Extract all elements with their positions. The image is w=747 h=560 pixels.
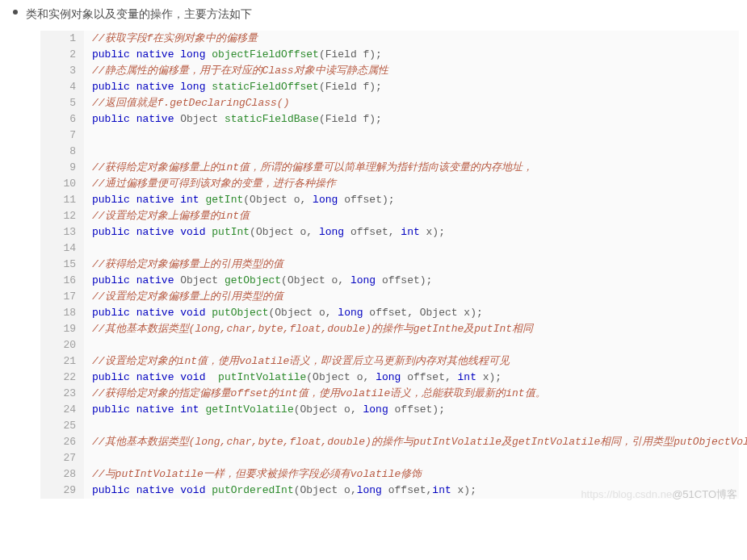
line-number: 23 xyxy=(40,386,84,402)
code-line: 9//获得给定对象偏移量上的int值，所谓的偏移量可以简单理解为指针指向该变量的… xyxy=(40,160,739,176)
token-ident: offset, xyxy=(344,226,401,238)
token-ident: (Object o, xyxy=(294,484,357,496)
line-number: 28 xyxy=(40,466,84,483)
token-keyword: public xyxy=(92,307,130,319)
token-keyword: void xyxy=(180,484,205,496)
code-content: public native int getInt(Object o, long … xyxy=(84,192,739,208)
token-comment: //通过偏移量便可得到该对象的变量，进行各种操作 xyxy=(92,178,336,190)
line-number: 9 xyxy=(40,160,84,176)
line-number: 25 xyxy=(40,418,84,434)
code-content: public native long staticFieldOffset(Fie… xyxy=(84,79,739,95)
token-ident: offset, xyxy=(401,371,457,383)
code-line: 27 xyxy=(40,450,739,466)
code-content xyxy=(84,418,739,434)
token-comment: //返回值就是f.getDeclaringClass() xyxy=(92,97,289,109)
code-content: public native int getIntVolatile(Object … xyxy=(84,402,739,418)
code-block: 1//获取字段f在实例对象中的偏移量2public native long ob… xyxy=(40,31,739,499)
watermark: https://blog.csdn.ne@51CTO博客 xyxy=(581,487,737,502)
code-content xyxy=(84,240,739,257)
token-ident: offset, xyxy=(382,484,432,496)
token-keyword: public xyxy=(92,194,130,206)
token-comment: //其他基本数据类型(long,char,byte,float,double)的… xyxy=(92,323,533,335)
token-keyword: native xyxy=(136,274,174,286)
token-method: putOrderedInt xyxy=(212,484,293,496)
token-ident: (Object o, xyxy=(294,403,363,416)
code-line: 14 xyxy=(40,240,739,257)
line-number: 1 xyxy=(40,31,84,47)
token-ident: (Field f); xyxy=(319,48,382,61)
token xyxy=(130,371,136,383)
code-content: //静态属性的偏移量，用于在对应的Class对象中读写静态属性 xyxy=(84,63,739,79)
code-line: 21//设置给定对象的int值，使用volatile语义，即设置后立马更新到内存… xyxy=(40,353,739,370)
token-keyword: int xyxy=(401,226,419,238)
token-method: getIntVolatile xyxy=(205,403,293,416)
line-number: 18 xyxy=(40,305,84,321)
token-method: staticFieldOffset xyxy=(212,81,319,93)
code-content: public native Object staticFieldBase(Fie… xyxy=(84,111,739,127)
code-line: 24public native int getIntVolatile(Objec… xyxy=(40,402,739,418)
code-content: public native void putObject(Object o, l… xyxy=(84,305,739,321)
code-line: 20 xyxy=(40,337,739,353)
token-keyword: native xyxy=(136,307,174,319)
line-number: 15 xyxy=(40,257,84,273)
token-keyword: long xyxy=(180,48,205,61)
token xyxy=(130,48,136,61)
token-ident: offset, Object x); xyxy=(363,307,483,319)
code-content: public native void putIntVolatile(Object… xyxy=(84,370,739,386)
token-comment: //设置给定对象偏移量上的引用类型的值 xyxy=(92,290,283,303)
token-type: Object xyxy=(180,274,218,286)
token-comment: //获得给定对象的指定偏移量offset的int值，使用volatile语义，总… xyxy=(92,387,546,399)
bullet-icon xyxy=(13,10,18,15)
line-number: 13 xyxy=(40,224,84,240)
code-content: public native Object getObject(Object o,… xyxy=(84,273,739,289)
token-keyword: native xyxy=(136,48,174,61)
line-number: 17 xyxy=(40,289,84,305)
code-line: 4public native long staticFieldOffset(Fi… xyxy=(40,79,739,95)
token-keyword: public xyxy=(92,403,130,416)
line-number: 8 xyxy=(40,144,84,160)
code-line: 6public native Object staticFieldBase(Fi… xyxy=(40,111,739,127)
token-keyword: long xyxy=(357,484,382,496)
token-ident: x); xyxy=(420,226,445,238)
token-comment: //与putIntVolatile一样，但要求被操作字段必须有volatile修… xyxy=(92,468,422,480)
token-ident: offset); xyxy=(376,274,432,286)
code-content xyxy=(84,337,739,353)
code-content: //设置给定对象上偏移量的int值 xyxy=(84,208,739,224)
code-content: public native void putInt(Object o, long… xyxy=(84,224,739,240)
token-ident: offset); xyxy=(338,194,394,206)
token-method: putInt xyxy=(212,226,250,238)
token xyxy=(130,194,136,206)
code-line: 8 xyxy=(40,144,739,160)
code-line: 1//获取字段f在实例对象中的偏移量 xyxy=(40,31,739,47)
code-content: //其他基本数据类型(long,char,byte,float,double)的… xyxy=(84,321,739,337)
token-ident: (Object o, xyxy=(269,307,338,319)
code-line: 16public native Object getObject(Object … xyxy=(40,273,739,289)
token xyxy=(130,307,136,319)
code-line: 11public native int getInt(Object o, lon… xyxy=(40,192,739,208)
code-content: //返回值就是f.getDeclaringClass() xyxy=(84,95,739,111)
code-line: 17//设置给定对象偏移量上的引用类型的值 xyxy=(40,289,739,305)
token-comment: //获得给定对象偏移量上的引用类型的值 xyxy=(92,258,283,270)
code-content xyxy=(84,144,739,160)
token-comment: //设置给定对象的int值，使用volatile语义，即设置后立马更新到内存对其… xyxy=(92,355,510,367)
code-line: 18public native void putObject(Object o,… xyxy=(40,305,739,321)
line-number: 19 xyxy=(40,321,84,337)
token xyxy=(130,403,136,416)
token-keyword: public xyxy=(92,113,130,125)
token-type: Object xyxy=(180,113,218,125)
code-line: 3//静态属性的偏移量，用于在对应的Class对象中读写静态属性 xyxy=(40,63,739,79)
token xyxy=(130,484,136,496)
token-ident: (Object o, xyxy=(281,274,350,286)
token-keyword: public xyxy=(92,484,130,496)
token-keyword: long xyxy=(180,81,205,93)
token-ident: (Object o, xyxy=(306,371,376,383)
token-keyword: public xyxy=(92,371,130,383)
watermark-left: https://blog.csdn.ne xyxy=(581,488,672,500)
line-number: 11 xyxy=(40,192,84,208)
code-line: 25 xyxy=(40,418,739,434)
code-content: //通过偏移量便可得到该对象的变量，进行各种操作 xyxy=(84,176,739,192)
code-line: 22public native void putIntVolatile(Obje… xyxy=(40,370,739,386)
token-keyword: native xyxy=(136,226,174,238)
token-method: getInt xyxy=(205,194,243,206)
token-keyword: void xyxy=(180,307,205,319)
